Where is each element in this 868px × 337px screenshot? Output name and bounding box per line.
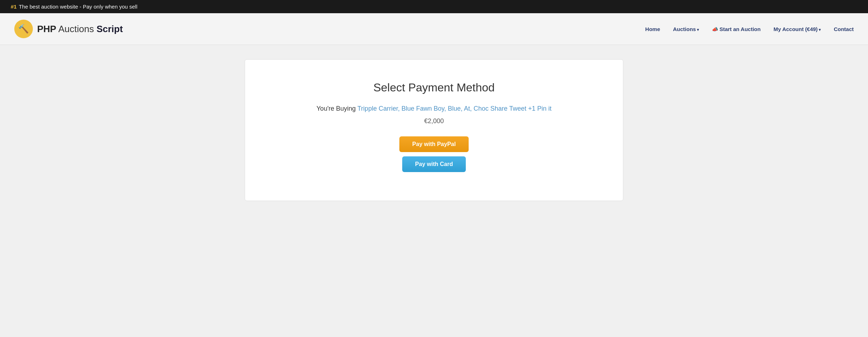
nav-my-account[interactable]: My Account (€49) — [773, 26, 821, 32]
buying-prefix: You're Buying — [316, 105, 358, 112]
price-display: €2,000 — [259, 117, 609, 125]
logo-link[interactable]: 🔨 PHP Auctions Script — [14, 20, 123, 38]
nav-contact[interactable]: Contact — [834, 26, 854, 32]
item-name: Tripple Carrier, Blue Fawn Boy, Blue, At… — [358, 105, 552, 112]
hammer-icon: 🔨 — [18, 24, 29, 34]
payment-buttons: Pay with PayPal Pay with Card — [259, 136, 609, 172]
top-banner: #1 The best auction website - Pay only w… — [0, 0, 868, 13]
payment-title: Select Payment Method — [259, 81, 609, 94]
nav-home[interactable]: Home — [645, 26, 660, 32]
hash-label: #1 — [11, 4, 17, 10]
banner-tagline: The best auction website - Pay only when… — [19, 4, 138, 10]
navbar: 🔨 PHP Auctions Script Home Auctions Star… — [0, 13, 868, 45]
nav-auctions[interactable]: Auctions — [673, 26, 699, 32]
logo-icon: 🔨 — [14, 20, 33, 38]
pay-card-button[interactable]: Pay with Card — [402, 156, 466, 172]
brand-auctions: Auctions — [56, 24, 96, 34]
payment-card: Select Payment Method You're Buying Trip… — [245, 59, 623, 201]
main-content: Select Payment Method You're Buying Trip… — [238, 59, 630, 201]
pay-paypal-button[interactable]: Pay with PayPal — [399, 136, 469, 152]
nav-start-auction[interactable]: Start an Auction — [712, 26, 760, 32]
brand-php: PHP — [37, 24, 56, 34]
logo-text: PHP Auctions Script — [37, 24, 123, 35]
buying-line: You're Buying Tripple Carrier, Blue Fawn… — [259, 105, 609, 112]
brand-script: Script — [96, 24, 123, 34]
nav-links: Home Auctions Start an Auction My Accoun… — [645, 26, 854, 32]
